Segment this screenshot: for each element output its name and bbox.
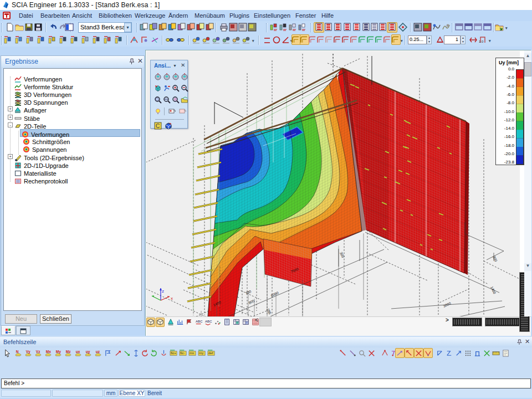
svg-text:ux: ux (76, 350, 80, 354)
svg-text:My: My (56, 350, 61, 354)
svg-text:6c+: 6c+ (171, 351, 176, 355)
svg-text:Vz: Vz (36, 350, 40, 354)
svg-text:6c-: 6c- (180, 351, 185, 355)
svg-text:R: R (174, 98, 177, 101)
svg-text:mx: mx (190, 351, 194, 355)
svg-text:ABC: ABC (205, 319, 212, 323)
svg-text:C: C (156, 123, 160, 129)
svg-text:z: z (162, 289, 164, 294)
svg-text:N: N (16, 350, 19, 354)
svg-text:def: def (208, 351, 213, 355)
svg-text:Mx: Mx (46, 350, 51, 354)
svg-text:my: my (199, 351, 204, 355)
svg-text:x: x (171, 296, 173, 301)
svg-text:Vy: Vy (26, 350, 30, 354)
svg-text:1.0: 1.0 (479, 40, 484, 43)
svg-text:Mz: Mz (66, 350, 71, 354)
svg-text:uy: uy (86, 350, 90, 354)
svg-text:uz: uz (96, 350, 100, 354)
svg-text:ABC: ABC (196, 319, 203, 323)
